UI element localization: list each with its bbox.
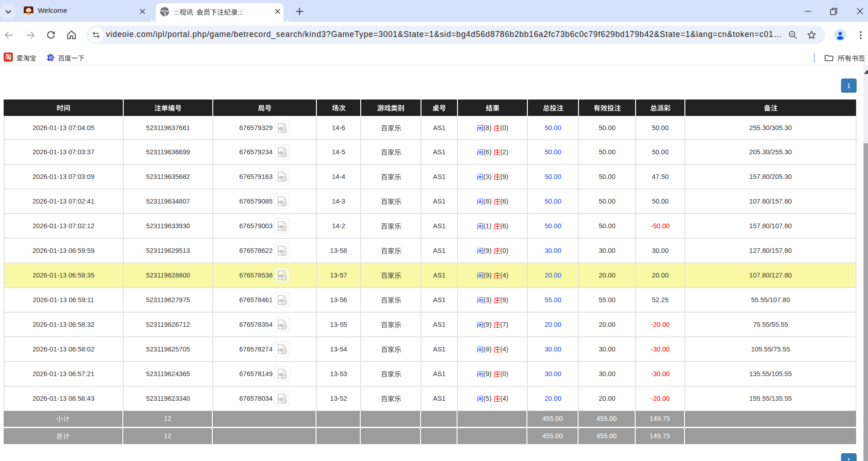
svg-text:du: du: [49, 57, 53, 60]
